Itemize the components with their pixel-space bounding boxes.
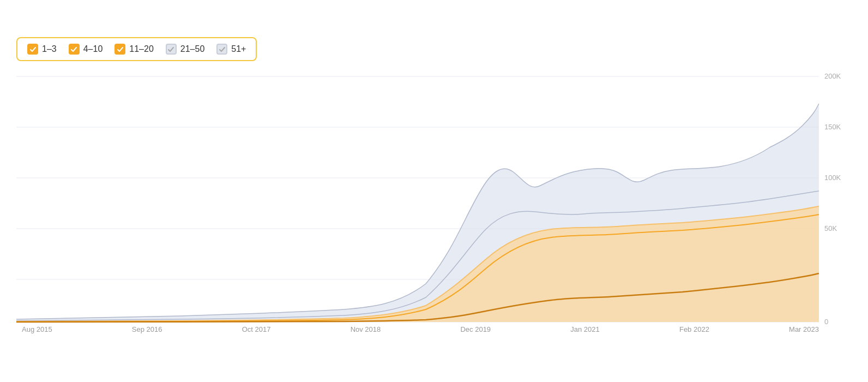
chart-svg: 200K 150K 100K 50K 0 <box>16 71 852 327</box>
page-header <box>16 16 852 27</box>
legend-label-3: 21–50 <box>180 44 205 54</box>
legend-item-51plus[interactable]: 51+ <box>216 44 246 55</box>
svg-text:0: 0 <box>824 318 828 326</box>
checkbox-21–50[interactable] <box>166 44 177 55</box>
svg-text:200K: 200K <box>824 72 841 80</box>
checkbox-1–3[interactable] <box>27 44 38 55</box>
svg-text:150K: 150K <box>824 123 841 131</box>
checkbox-51+[interactable] <box>216 44 227 55</box>
legend-item-1-3[interactable]: 1–3 <box>27 44 57 55</box>
legend-item-11-20[interactable]: 11–20 <box>114 44 154 55</box>
legend-item-4-10[interactable]: 4–10 <box>69 44 103 55</box>
svg-text:50K: 50K <box>824 224 837 232</box>
legend-label-1: 4–10 <box>83 44 103 54</box>
legend-label-2: 11–20 <box>129 44 154 54</box>
legend-item-21-50[interactable]: 21–50 <box>166 44 205 55</box>
collapse-button[interactable] <box>841 16 852 27</box>
svg-text:100K: 100K <box>824 174 841 182</box>
checkbox-11–20[interactable] <box>114 44 125 55</box>
legend-filter-box: 1–34–1011–2021–5051+ <box>16 37 257 61</box>
legend-label-4: 51+ <box>231 44 246 54</box>
legend-label-0: 1–3 <box>42 44 57 54</box>
page-container: 1–34–1011–2021–5051+ 200K 1 <box>0 0 868 382</box>
checkbox-4–10[interactable] <box>69 44 80 55</box>
chart-area: 200K 150K 100K 50K 0 <box>16 71 852 327</box>
